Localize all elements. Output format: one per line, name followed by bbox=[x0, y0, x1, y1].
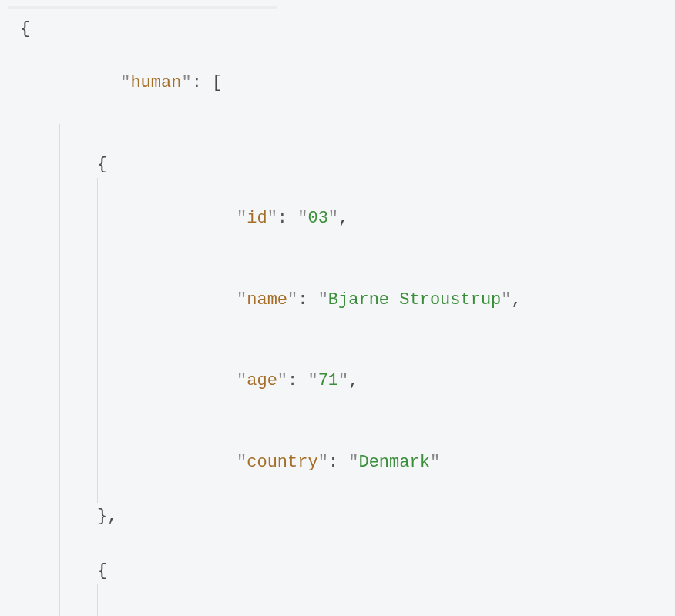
json-value-country: Denmark bbox=[358, 453, 429, 472]
code-editor[interactable]: { "human": [ { "id": "03", "name": "Bjar… bbox=[8, 11, 675, 616]
editor-tab-bar bbox=[8, 6, 277, 9]
comma: , bbox=[338, 209, 348, 228]
comma: , bbox=[107, 507, 117, 526]
quote: " bbox=[181, 73, 191, 92]
json-key-name: name bbox=[247, 290, 287, 310]
json-value-id: 03 bbox=[307, 209, 327, 228]
object-close: } bbox=[97, 507, 107, 526]
bracket-open: [ bbox=[212, 73, 222, 92]
json-key-age: age bbox=[247, 371, 277, 390]
json-key-human: human bbox=[130, 73, 181, 92]
object-open: { bbox=[97, 561, 107, 581]
json-key-id: id bbox=[247, 209, 267, 228]
brace-open: { bbox=[20, 19, 30, 38]
json-value-age: 71 bbox=[318, 371, 338, 390]
colon: : bbox=[192, 73, 202, 92]
json-key-country: country bbox=[247, 453, 317, 472]
object-open: { bbox=[97, 155, 107, 174]
quote: " bbox=[120, 73, 130, 92]
json-value-name: Bjarne Stroustrup bbox=[328, 290, 501, 310]
